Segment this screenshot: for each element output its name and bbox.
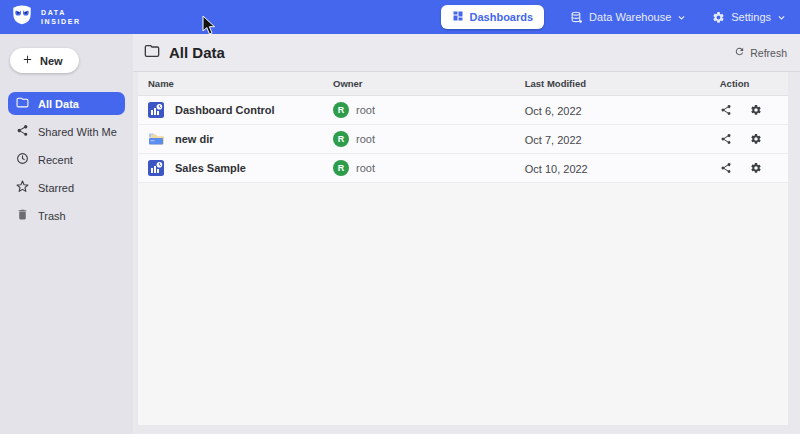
data-warehouse-label: Data Warehouse — [589, 11, 671, 23]
sidebar-item-all-data[interactable]: All Data — [8, 92, 125, 115]
column-header-last-modified: Last Modified — [525, 78, 720, 89]
sidebar-item-label: Recent — [38, 154, 73, 166]
folder-tile-icon — [148, 131, 164, 147]
table-header-row: Name Owner Last Modified Action — [138, 72, 788, 96]
sidebar-item-recent[interactable]: Recent — [8, 148, 125, 171]
chevron-down-icon — [777, 13, 786, 22]
refresh-label: Refresh — [750, 47, 787, 59]
folder-title-icon — [144, 43, 160, 63]
refresh-button[interactable]: Refresh — [734, 46, 787, 59]
file-table: Name Owner Last Modified Action — [138, 72, 788, 425]
brand: DATA INSIDER — [10, 4, 81, 30]
top-navbar: DATA INSIDER Dashboards Data Warehous — [0, 0, 800, 34]
plus-icon — [22, 54, 33, 67]
settings-label: Settings — [731, 11, 771, 23]
brand-line1: DATA — [41, 8, 81, 17]
last-modified-date: Oct 10, 2022 — [525, 163, 588, 175]
dashboards-button[interactable]: Dashboards — [441, 5, 545, 29]
gear-icon — [712, 11, 725, 24]
settings-menu[interactable]: Settings — [712, 11, 786, 24]
sidebar-item-trash[interactable]: Trash — [8, 204, 125, 227]
last-modified-date: Oct 6, 2022 — [525, 105, 582, 117]
owner-name: root — [356, 133, 375, 145]
file-name: Dashboard Control — [175, 104, 275, 116]
sidebar: New All Data Shared With Me — [0, 34, 133, 434]
trash-icon — [16, 208, 29, 223]
new-button-label: New — [40, 55, 63, 67]
sidebar-item-label: All Data — [38, 98, 79, 110]
owner-avatar: R — [333, 102, 349, 118]
sidebar-item-label: Shared With Me — [38, 126, 117, 138]
dashboard-grid-icon — [452, 10, 464, 24]
sidebar-item-label: Trash — [38, 210, 66, 222]
settings-action-icon[interactable] — [750, 133, 762, 145]
column-header-owner: Owner — [333, 78, 525, 89]
sidebar-item-shared-with-me[interactable]: Shared With Me — [8, 120, 125, 143]
owner-avatar: R — [333, 131, 349, 147]
column-header-action: Action — [720, 78, 788, 89]
column-header-name: Name — [138, 78, 333, 89]
share-icon — [16, 124, 29, 139]
page-title: All Data — [169, 44, 225, 61]
sidebar-item-starred[interactable]: Starred — [8, 176, 125, 199]
refresh-icon — [734, 46, 745, 59]
owl-logo-icon — [10, 4, 34, 30]
main-header: All Data Refresh — [133, 34, 800, 72]
file-name: Sales Sample — [175, 162, 246, 174]
settings-action-icon[interactable] — [750, 104, 762, 116]
settings-action-icon[interactable] — [750, 162, 762, 174]
share-action-icon[interactable] — [720, 133, 732, 145]
owner-name: root — [356, 162, 375, 174]
dashboards-label: Dashboards — [470, 11, 534, 23]
share-action-icon[interactable] — [720, 104, 732, 116]
table-row[interactable]: Dashboard Control R root Oct 6, 2022 — [138, 96, 788, 125]
last-modified-date: Oct 7, 2022 — [525, 134, 582, 146]
share-action-icon[interactable] — [720, 162, 732, 174]
brand-line2: INSIDER — [41, 17, 81, 26]
owner-name: root — [356, 104, 375, 116]
data-warehouse-menu[interactable]: Data Warehouse — [570, 11, 686, 24]
chevron-down-icon — [677, 13, 686, 22]
database-icon — [570, 11, 583, 24]
table-row[interactable]: new dir R root Oct 7, 2022 — [138, 125, 788, 154]
star-icon — [16, 180, 29, 195]
dashboard-tile-icon — [148, 102, 164, 118]
file-name: new dir — [175, 133, 214, 145]
table-row[interactable]: Sales Sample R root Oct 10, 2022 — [138, 154, 788, 183]
owner-avatar: R — [333, 160, 349, 176]
dashboard-tile-icon — [148, 160, 164, 176]
clock-icon — [16, 152, 29, 167]
new-button[interactable]: New — [10, 48, 79, 73]
folder-icon — [16, 96, 29, 111]
sidebar-item-label: Starred — [38, 182, 74, 194]
